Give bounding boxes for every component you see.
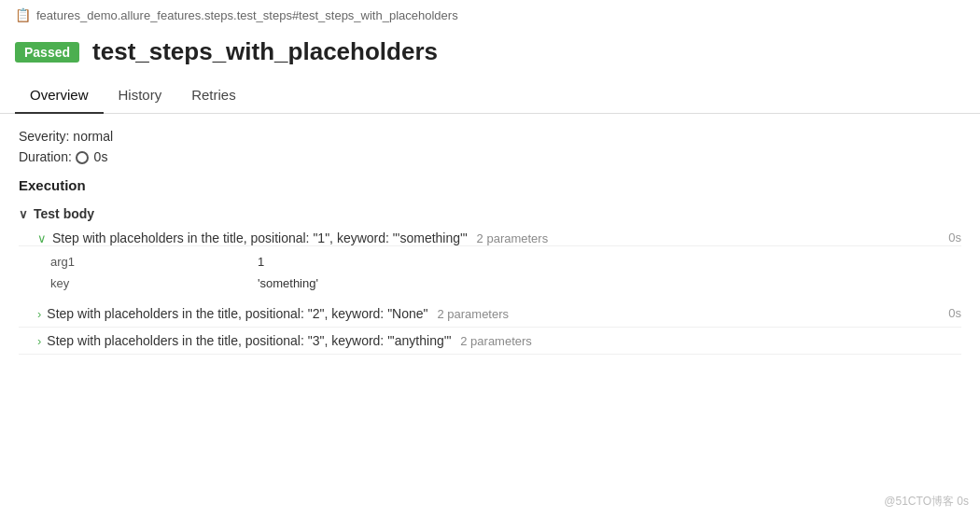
severity-line: Severity: normal [19,129,961,144]
clock-icon [76,151,89,164]
tab-history[interactable]: History [104,77,177,114]
step-item: › Step with placeholders in the title, p… [19,300,961,328]
test-body-section: ∨ Test body ∨ Step with placeholders in … [19,203,961,355]
step1-text: Step with placeholders in the title, pos… [52,231,930,245]
step2-params-badge: 2 parameters [437,307,509,321]
table-row: arg1 1 [50,252,980,272]
step1-duration: 0s [930,231,961,245]
step2-chevron[interactable]: › [37,307,41,321]
severity-label: Severity: [19,129,69,144]
title-row: Passed test_steps_with_placeholders [0,30,980,77]
test-body-label: Test body [34,206,94,221]
duration-line: Duration: 0s [19,149,961,164]
step1-params-table: arg1 1 key 'something' [49,250,980,295]
duration-value: 0s [94,149,108,164]
step1-params-badge: 2 parameters [477,231,549,245]
test-body-header[interactable]: ∨ Test body [19,203,961,225]
execution-heading: Execution [19,177,961,193]
breadcrumb-text: features_demo.allure_features.steps.test… [36,8,458,22]
param-value: 'something' [258,273,980,293]
param-value: 1 [258,252,980,272]
step3-chevron[interactable]: › [37,334,41,348]
status-badge: Passed [15,42,79,63]
param-name: key [50,273,256,293]
tabs-bar: Overview History Retries [0,77,980,114]
step-item: › Step with placeholders in the title, p… [19,328,961,355]
param-name: arg1 [50,252,256,272]
collapse-icon: ∨ [19,207,28,221]
step3-params-badge: 2 parameters [460,334,532,348]
step-item: ∨ Step with placeholders in the title, p… [19,225,961,246]
severity-value: normal [73,129,113,144]
test-title: test_steps_with_placeholders [92,37,438,66]
tab-retries[interactable]: Retries [176,77,251,114]
breadcrumb: 📋 features_demo.allure_features.steps.te… [0,0,980,30]
main-content: Severity: normal Duration: 0s Execution … [0,114,980,370]
step2-text: Step with placeholders in the title, pos… [47,306,930,321]
step3-text: Step with placeholders in the title, pos… [47,333,943,348]
step2-duration: 0s [930,306,961,320]
table-row: key 'something' [50,273,980,293]
step1-chevron[interactable]: ∨ [37,231,47,245]
tab-overview[interactable]: Overview [15,77,104,114]
page-icon: 📋 [15,7,31,22]
duration-label: Duration: [19,149,72,164]
